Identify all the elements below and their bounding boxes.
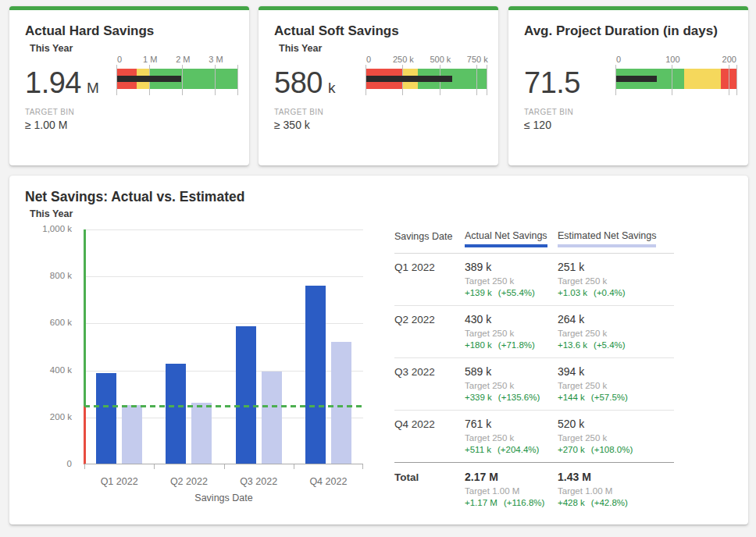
kpi-value-unit: M <box>87 80 99 97</box>
total-actual-delta: +1.17 M(+116.8%) <box>465 498 558 507</box>
actual-delta: +339 k(+135.6%) <box>465 393 558 402</box>
bullet-band-segment <box>684 69 721 89</box>
card-title: Avg. Project Duration (in days) <box>524 23 718 39</box>
total-actual-target: Target 1.00 M <box>465 486 558 496</box>
actual-delta: +180 k(+71.8%) <box>465 340 558 350</box>
estimated-delta: +13.6 k(+5.4%) <box>558 340 674 350</box>
kpi-value-number: 1.94 <box>25 66 81 100</box>
row-label: Q2 2022 <box>394 313 465 350</box>
target-bin-label: TARGET BIN <box>274 108 323 116</box>
bullet-tick-line <box>476 65 477 95</box>
header-savings-date: Savings Date <box>394 230 465 242</box>
x-axis-tick-label: Q2 2022 <box>154 476 223 487</box>
x-axis-labels: Q1 2022 Q2 2022 Q3 2022 Q4 2022 <box>84 476 363 487</box>
actual-value: 389 k <box>465 261 558 273</box>
estimated-delta: +144 k(+57.5%) <box>558 393 674 402</box>
bullet-measure-bar <box>366 76 452 82</box>
y-axis-tick-label: 200 k <box>50 412 72 421</box>
bullet-measure-bar <box>117 76 181 82</box>
y-axis-tick-label: 800 k <box>50 271 72 280</box>
chart-subtitle: This Year <box>30 208 73 219</box>
table-header-row: Savings Date Actual Net Savings Estimate… <box>394 230 674 254</box>
x-axis-line <box>84 464 363 464</box>
estimated-value: 520 k <box>558 418 674 430</box>
card-subtitle: This Year <box>30 43 73 54</box>
estimated-target: Target 250 k <box>558 276 674 286</box>
card-subtitle: This Year <box>279 43 322 54</box>
bullet-axis-label: 0 <box>616 55 621 64</box>
table-row-q3[interactable]: Q3 2022 589 k Target 250 k +339 k(+135.6… <box>394 358 674 411</box>
bullet-tick-line <box>729 65 729 95</box>
bullet-band <box>366 69 487 89</box>
table-row-q2[interactable]: Q2 2022 430 k Target 250 k +180 k(+71.8%… <box>394 306 674 358</box>
card-title: Actual Hard Savings <box>25 23 154 39</box>
total-label: Total <box>394 471 465 507</box>
actual-target: Target 250 k <box>465 381 558 390</box>
bar-group-q3-2022 <box>224 229 294 464</box>
actual-delta: +511 k(+204.4%) <box>465 445 558 454</box>
x-axis-title: Savings Date <box>84 493 363 503</box>
actual-delta: +139 k(+55.4%) <box>465 288 558 297</box>
actual-target: Target 250 k <box>465 329 558 338</box>
kpi-card-actual-hard-savings[interactable]: Actual Hard Savings This Year 1.94 M 01 … <box>9 6 249 165</box>
y-axis-tick-label: 0 <box>67 459 72 468</box>
y-axis-labels: 1,000 k 800 k 600 k 400 k 200 k 0 <box>9 229 78 464</box>
bullet-tick-line <box>237 65 238 95</box>
actual-value: 761 k <box>465 418 558 430</box>
bullet-axis-label: 100 <box>665 55 679 64</box>
bullet-band <box>117 69 238 89</box>
x-axis-tick <box>294 464 294 469</box>
actual-value: 589 k <box>465 365 558 378</box>
y-axis-line <box>84 229 86 464</box>
kpi-value: 580 k <box>274 66 335 100</box>
x-axis-tick <box>154 464 155 469</box>
row-label: Q1 2022 <box>394 261 465 297</box>
actual-series-legend-bar <box>465 244 547 247</box>
bullet-axis-label: 0 <box>366 55 371 64</box>
kpi-card-actual-soft-savings[interactable]: Actual Soft Savings This Year 580 k 0250… <box>259 6 498 165</box>
kpi-value: 1.94 M <box>25 66 99 100</box>
estimated-bar[interactable] <box>262 372 282 464</box>
bullet-axis-label: 500 k <box>430 55 451 64</box>
actual-bar[interactable] <box>236 326 256 464</box>
bullet-axis-label: 3 M <box>209 55 223 64</box>
bullet-tick-line <box>736 65 737 95</box>
y-axis-tick-label: 1,000 k <box>42 224 72 233</box>
bullet-measure-bar <box>616 76 657 82</box>
estimated-bar[interactable] <box>191 403 212 464</box>
bar-group-q2-2022 <box>154 229 223 464</box>
kpi-card-avg-project-duration[interactable]: Avg. Project Duration (in days) 71.5 010… <box>508 6 748 165</box>
kpi-value-unit: k <box>328 80 336 97</box>
estimated-bar[interactable] <box>122 405 142 464</box>
target-line <box>84 405 363 407</box>
bullet-chart: 0100200 <box>616 55 737 105</box>
target-bin-value: ≥ 1.00 M <box>25 119 67 131</box>
table-row-total[interactable]: Total 2.17 M Target 1.00 M +1.17 M(+116.… <box>394 462 674 515</box>
row-label: Q3 2022 <box>394 365 465 402</box>
total-estimated-value: 1.43 M <box>558 471 674 483</box>
net-savings-chart-card[interactable]: Net Savings: Actual vs. Estimated This Y… <box>9 176 748 525</box>
bullet-axis-label: 750 k <box>467 55 488 64</box>
total-estimated-target: Target 1.00 M <box>558 486 674 496</box>
estimated-target: Target 250 k <box>558 329 674 338</box>
target-bin-label: TARGET BIN <box>25 108 74 116</box>
header-estimated-net-savings: Estimated Net Savings <box>558 230 656 241</box>
estimated-bar[interactable] <box>331 342 351 464</box>
bullet-tick-line <box>182 65 183 95</box>
actual-target: Target 250 k <box>465 433 558 443</box>
actual-bar[interactable] <box>305 286 326 464</box>
y-axis-tick-label: 400 k <box>50 365 72 375</box>
estimated-series-legend-bar <box>558 244 656 247</box>
x-axis-tick-label: Q3 2022 <box>224 476 294 487</box>
header-actual-net-savings: Actual Net Savings <box>465 230 547 241</box>
actual-bar[interactable] <box>166 364 186 464</box>
target-bin-value: ≤ 120 <box>524 119 551 131</box>
total-estimated-delta: +428 k(+42.8%) <box>558 498 674 507</box>
card-title: Actual Soft Savings <box>274 23 399 39</box>
table-row-q4[interactable]: Q4 2022 761 k Target 250 k +511 k(+204.4… <box>394 411 674 462</box>
actual-bar[interactable] <box>96 373 116 464</box>
table-row-q1[interactable]: Q1 2022 389 k Target 250 k +139 k(+55.4%… <box>394 254 674 306</box>
bullet-tick-line <box>215 65 216 95</box>
estimated-value: 251 k <box>558 261 674 273</box>
chart-title: Net Savings: Actual vs. Estimated <box>25 189 244 205</box>
